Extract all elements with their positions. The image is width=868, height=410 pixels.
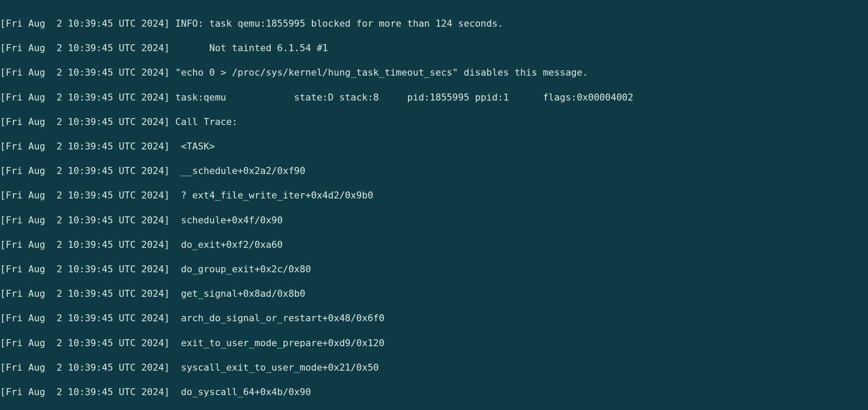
log-line: [Fri Aug 2 10:39:45 UTC 2024] <TASK> xyxy=(0,140,868,153)
log-line: [Fri Aug 2 10:39:45 UTC 2024] "echo 0 > … xyxy=(0,66,868,79)
log-line: [Fri Aug 2 10:39:45 UTC 2024] get_signal… xyxy=(0,288,868,300)
log-line: [Fri Aug 2 10:39:45 UTC 2024] schedule+0… xyxy=(0,214,868,226)
log-line: [Fri Aug 2 10:39:45 UTC 2024] syscall_ex… xyxy=(0,361,868,374)
log-line: [Fri Aug 2 10:39:45 UTC 2024] do_exit+0x… xyxy=(0,239,868,251)
log-line: [Fri Aug 2 10:39:45 UTC 2024] Call Trace… xyxy=(0,116,868,128)
log-message: do_syscall_64+0x4b/0x90 xyxy=(175,386,311,397)
log-line: [Fri Aug 2 10:39:45 UTC 2024] INFO: task… xyxy=(0,17,868,30)
log-message: do_group_exit+0x2c/0x80 xyxy=(175,264,311,274)
log-line: [Fri Aug 2 10:39:45 UTC 2024] exit_to_us… xyxy=(0,337,868,349)
log-line: [Fri Aug 2 10:39:45 UTC 2024] do_syscall… xyxy=(0,386,868,398)
log-message: get_signal+0x8ad/0x8b0 xyxy=(175,288,305,299)
log-message: exit_to_user_mode_prepare+0xd9/0x120 xyxy=(175,337,384,348)
terminal-output: [Fri Aug 2 10:39:45 UTC 2024] INFO: task… xyxy=(0,0,868,410)
log-timestamp: [Fri Aug 2 10:39:45 UTC 2024] xyxy=(0,362,169,373)
log-line: [Fri Aug 2 10:39:45 UTC 2024] __schedule… xyxy=(0,165,868,177)
log-message: arch_do_signal_or_restart+0x48/0x6f0 xyxy=(175,313,384,323)
log-timestamp: [Fri Aug 2 10:39:45 UTC 2024] xyxy=(0,313,169,323)
log-timestamp: [Fri Aug 2 10:39:45 UTC 2024] xyxy=(0,215,169,226)
log-message: syscall_exit_to_user_mode+0x21/0x50 xyxy=(175,362,379,373)
log-timestamp: [Fri Aug 2 10:39:45 UTC 2024] xyxy=(0,239,169,250)
log-message: do_exit+0xf2/0xa60 xyxy=(175,239,283,250)
log-timestamp: [Fri Aug 2 10:39:45 UTC 2024] xyxy=(0,18,169,29)
log-timestamp: [Fri Aug 2 10:39:45 UTC 2024] xyxy=(0,264,169,274)
log-message: schedule+0x4f/0x90 xyxy=(175,215,283,226)
log-line: [Fri Aug 2 10:39:45 UTC 2024] do_group_e… xyxy=(0,263,868,275)
log-timestamp: [Fri Aug 2 10:39:45 UTC 2024] xyxy=(0,116,169,127)
log-message: Call Trace: xyxy=(175,116,237,127)
log-timestamp: [Fri Aug 2 10:39:45 UTC 2024] xyxy=(0,141,169,152)
log-line: [Fri Aug 2 10:39:45 UTC 2024] arch_do_si… xyxy=(0,312,868,324)
log-message: Not tainted 6.1.54 #1 xyxy=(175,42,328,53)
log-message: ? ext4_file_write_iter+0x4d2/0x9b0 xyxy=(175,190,373,201)
log-timestamp: [Fri Aug 2 10:39:45 UTC 2024] xyxy=(0,288,169,299)
log-timestamp: [Fri Aug 2 10:39:45 UTC 2024] xyxy=(0,386,169,397)
log-timestamp: [Fri Aug 2 10:39:45 UTC 2024] xyxy=(0,165,169,176)
log-timestamp: [Fri Aug 2 10:39:45 UTC 2024] xyxy=(0,190,169,201)
log-line: [Fri Aug 2 10:39:45 UTC 2024] ? ext4_fil… xyxy=(0,189,868,202)
log-timestamp: [Fri Aug 2 10:39:45 UTC 2024] xyxy=(0,67,169,78)
log-message: task:qemu state:D stack:8 pid:1855995 pp… xyxy=(175,92,633,103)
log-message: __schedule+0x2a2/0xf90 xyxy=(175,165,305,176)
log-timestamp: [Fri Aug 2 10:39:45 UTC 2024] xyxy=(0,337,169,348)
log-timestamp: [Fri Aug 2 10:39:45 UTC 2024] xyxy=(0,92,169,103)
log-message: <TASK> xyxy=(175,141,215,152)
log-message: INFO: task qemu:1855995 blocked for more… xyxy=(175,18,503,29)
log-message: "echo 0 > /proc/sys/kernel/hung_task_tim… xyxy=(175,67,588,78)
log-line: [Fri Aug 2 10:39:45 UTC 2024] task:qemu … xyxy=(0,91,868,104)
log-timestamp: [Fri Aug 2 10:39:45 UTC 2024] xyxy=(0,42,169,53)
log-line: [Fri Aug 2 10:39:45 UTC 2024] Not tainte… xyxy=(0,42,868,54)
